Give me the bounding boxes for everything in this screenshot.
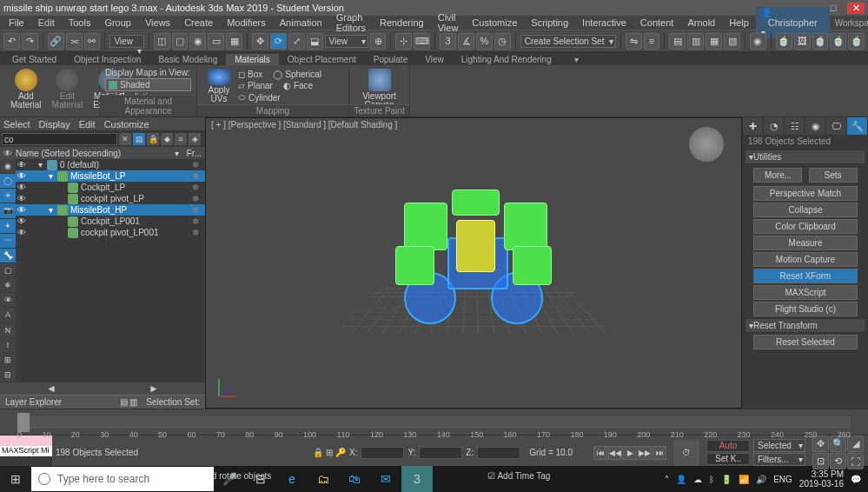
freeze-icon[interactable]: ❄ (189, 205, 202, 215)
goto-start-button[interactable]: ⏮ (593, 446, 607, 460)
filter-3-icon[interactable]: ◆ (161, 133, 173, 145)
store-icon[interactable]: 🛍 (339, 466, 370, 492)
keyboard-button[interactable]: ⌨ (414, 33, 430, 50)
utility-flight-studio-c-[interactable]: Flight Studio (c) (753, 302, 858, 316)
utilities-rollout[interactable]: Utilities (745, 150, 866, 164)
mic-icon[interactable]: 🎤 (214, 466, 245, 492)
placement-button[interactable]: ⬓ (307, 33, 323, 50)
ribtab-basicmodel[interactable]: Basic Modeling (149, 54, 226, 65)
explorer-search-input[interactable] (2, 133, 117, 145)
display-tab[interactable]: 🖵 (826, 117, 847, 135)
select-fence-button[interactable]: ▦ (226, 33, 242, 50)
selection-set-dropdown[interactable]: Create Selection Set (520, 35, 616, 48)
filter-expand-icon[interactable]: ⊞ (0, 353, 16, 368)
spherical-uv-button[interactable]: ◯ Spherical (270, 69, 324, 80)
visibility-icon[interactable]: 👁 (16, 171, 28, 181)
pivot-button[interactable]: ⊕ (370, 33, 387, 50)
notifications-icon[interactable]: 💬 (851, 475, 861, 484)
filter-none-icon[interactable]: N (0, 323, 16, 338)
filter-bone-icon[interactable]: 🦴 (0, 249, 16, 263)
freeze-icon[interactable]: ❄ (189, 183, 202, 192)
undo-button[interactable]: ↶ (3, 33, 20, 50)
menu-views[interactable]: Views (138, 17, 177, 28)
ribtab-objplace[interactable]: Object Placement (279, 54, 365, 65)
wifi-icon[interactable]: 📶 (739, 475, 749, 484)
scroll-right-icon[interactable]: ► (103, 382, 205, 395)
menu-content[interactable]: Content (633, 17, 681, 28)
link-button[interactable]: 🔗 (48, 33, 64, 50)
visibility-icon[interactable]: 👁 (16, 160, 28, 170)
x-coord-input[interactable] (361, 447, 404, 459)
reset-selected-button[interactable]: Reset Selected (753, 335, 858, 349)
unlink-button[interactable]: ⫘ (66, 33, 83, 50)
timeconfig-button[interactable]: ⏱ (673, 440, 699, 466)
key-target-dropdown[interactable]: Selected (753, 439, 805, 452)
scale-button[interactable]: ⤢ (288, 33, 305, 50)
utility-collapse[interactable]: Collapse (753, 203, 858, 217)
reset-transform-rollout[interactable]: Reset Transform (745, 318, 866, 333)
menu-tools[interactable]: Tools (62, 17, 98, 28)
setkey-button[interactable]: Set K.. (706, 453, 750, 465)
utility-reset-xform[interactable]: Reset XForm (753, 269, 858, 283)
freeze-icon[interactable]: ❄ (189, 216, 202, 226)
time-slider-head[interactable] (17, 413, 30, 432)
tree-row[interactable]: 👁 cockpit pivot_LP001 ❄ (16, 227, 205, 238)
search-clear-icon[interactable]: ✕ (119, 133, 131, 145)
viewport[interactable]: [ + ] [Perspective ] [Standard ] [Defaul… (205, 117, 742, 409)
nav-zoomext-icon[interactable]: ⊡ (812, 453, 829, 469)
menu-file[interactable]: File (2, 17, 31, 28)
nav-orbit-icon[interactable]: ⟲ (830, 453, 846, 469)
snap-button[interactable]: 3 (440, 33, 456, 50)
ribtab-getstarted[interactable]: Get Started (3, 54, 65, 65)
select-lasso-button[interactable]: ▭ (208, 33, 224, 50)
shaded-button[interactable]: Shaded (105, 78, 191, 91)
play-button[interactable]: ▶ (623, 446, 637, 460)
manipulate-button[interactable]: ⊹ (395, 33, 412, 50)
edge-icon[interactable]: e (276, 466, 308, 492)
filter-collapse-icon[interactable]: ⊟ (0, 368, 16, 382)
filter-shape-icon[interactable]: ◯ (0, 174, 16, 189)
y-coord-input[interactable] (419, 447, 462, 459)
sets-button[interactable]: Sets (809, 168, 858, 183)
render-frame-button[interactable]: 🖼 (794, 33, 811, 50)
ribtab-populate[interactable]: Populate (365, 54, 416, 65)
maxscript-listener[interactable]: MAXScript Mi (0, 435, 52, 466)
taskview-icon[interactable]: ⊟ (245, 466, 276, 492)
visibility-icon[interactable]: 👁 (16, 194, 28, 203)
autokey-button[interactable]: Auto (706, 440, 750, 452)
ribtab-materials[interactable]: Materials (226, 54, 279, 65)
visibility-icon[interactable]: 👁 (16, 216, 28, 226)
3dsmax-taskbar-icon[interactable]: 3 (401, 466, 433, 492)
render-prod-button[interactable]: 🍵 (830, 33, 846, 50)
filter-2-icon[interactable]: 🔒 (147, 133, 159, 145)
filter-invert-icon[interactable]: ! (0, 338, 16, 353)
scroll-left-icon[interactable]: ◄ (0, 382, 103, 395)
bluetooth-icon[interactable]: ᛒ (709, 475, 714, 484)
people-icon[interactable]: 👤 (676, 475, 686, 484)
battery-icon[interactable]: 🔋 (721, 475, 732, 484)
freeze-icon[interactable]: ❄ (189, 228, 202, 237)
select-rect-button[interactable]: ◫ (154, 33, 170, 50)
tree-row[interactable]: 👁 ▾ 0 (default) ❄ (16, 159, 205, 170)
freeze-icon[interactable]: ❄ (189, 194, 202, 203)
filter-4-icon[interactable]: ≡ (175, 133, 187, 145)
mirror-button[interactable]: ⇋ (626, 33, 642, 50)
menu-animation[interactable]: Animation (273, 17, 329, 28)
tree-row[interactable]: 👁 ▾ MissileBot_LP ❄ (16, 170, 205, 182)
mapping-label[interactable]: Mapping (197, 104, 348, 116)
menu-rendering[interactable]: Rendering (373, 17, 431, 28)
schematic-button[interactable]: ▧ (724, 33, 740, 50)
ribtab-view[interactable]: View (416, 54, 453, 65)
ribtab-lighting[interactable]: Lighting And Rendering (453, 54, 560, 65)
filter-camera-icon[interactable]: 📷 (0, 203, 16, 218)
tray-up-icon[interactable]: ˄ (665, 475, 669, 484)
tree-row[interactable]: 👁 Cockpit_LP ❄ (16, 182, 205, 193)
z-coord-input[interactable] (477, 447, 520, 459)
select-window-button[interactable]: ▢ (172, 33, 189, 50)
tree-row[interactable]: 👁 ▾ MissileBot_HP ❄ (16, 204, 205, 216)
expand-icon[interactable]: ▾ (49, 171, 57, 181)
planar-uv-button[interactable]: ▱ Planar (235, 80, 275, 91)
menu-civilview[interactable]: Civil View (431, 12, 466, 33)
selection-filter[interactable]: View (109, 35, 143, 48)
menu-create[interactable]: Create (177, 17, 220, 28)
